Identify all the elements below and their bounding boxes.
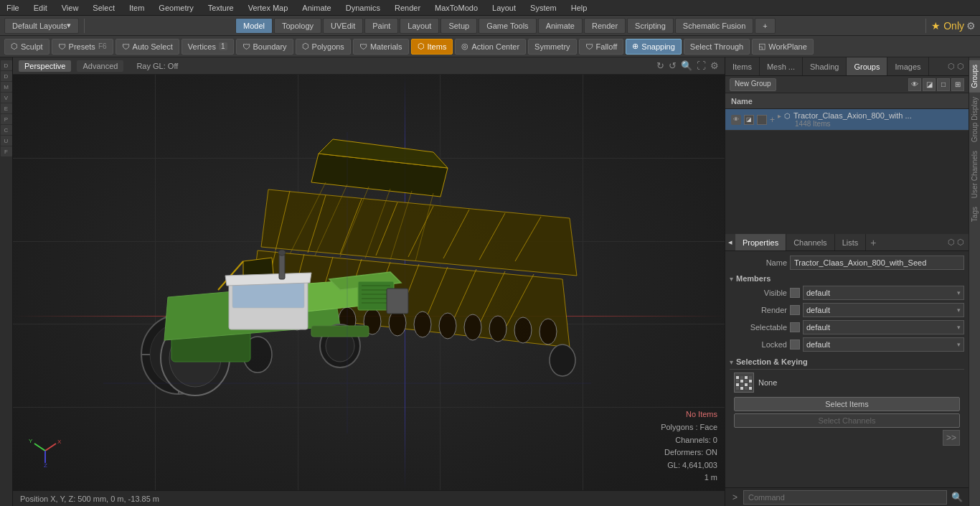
action-center-button[interactable]: ◎ Action Center bbox=[455, 39, 526, 55]
menu-item[interactable]: Item bbox=[127, 4, 146, 12]
menu-file[interactable]: File bbox=[4, 4, 22, 12]
groups-list[interactable]: 👁 ◪ + ▸ ⬡ Tractor_Claas_Axion_800_with .… bbox=[725, 109, 969, 234]
props-collapse-icon[interactable]: ◂ bbox=[725, 238, 735, 247]
presets-button[interactable]: 🛡 Presets F6 bbox=[52, 39, 113, 55]
tab-setup[interactable]: Setup bbox=[440, 18, 477, 34]
props-expand-icon[interactable]: ⬡ ⬡ bbox=[943, 238, 969, 247]
vtab-group-display[interactable]: Group Display bbox=[969, 93, 980, 146]
tab-game-tools[interactable]: Game Tools bbox=[479, 18, 537, 34]
rp-tab-items[interactable]: Items bbox=[725, 57, 760, 75]
left-tab-7[interactable]: U bbox=[1, 136, 12, 146]
select-through-button[interactable]: Select Through bbox=[684, 39, 750, 55]
viewport-reset-icon[interactable]: ↺ bbox=[669, 60, 677, 71]
menu-animate[interactable]: Animate bbox=[300, 4, 333, 12]
left-tab-3[interactable]: V bbox=[1, 93, 12, 103]
group-select-icon[interactable] bbox=[757, 115, 767, 125]
auto-select-button[interactable]: 🛡 Auto Select bbox=[116, 39, 179, 55]
tab-animate[interactable]: Animate bbox=[538, 18, 583, 34]
tab-render[interactable]: Render bbox=[584, 18, 626, 34]
props-tab-channels[interactable]: Channels bbox=[786, 234, 834, 250]
sculpt-button[interactable]: ⬡ Sculpt bbox=[4, 39, 50, 55]
materials-button[interactable]: 🛡 Materials bbox=[353, 39, 409, 55]
vertices-button[interactable]: Vertices 1 bbox=[182, 39, 234, 55]
viewport-rotate-icon[interactable]: ↻ bbox=[656, 60, 664, 71]
group-expand-icon[interactable]: ▸ bbox=[778, 112, 781, 120]
viewport-canvas[interactable]: No Items Polygons : Face Channels: 0 Def… bbox=[13, 75, 725, 490]
tab-model[interactable]: Model bbox=[235, 18, 273, 34]
tab-paint[interactable]: Paint bbox=[364, 18, 398, 34]
rp-tab-groups[interactable]: Groups bbox=[847, 57, 887, 75]
new-group-button[interactable]: New Group bbox=[730, 78, 776, 91]
command-search-icon[interactable]: 🔍 bbox=[950, 490, 964, 504]
rp-tab-mesh[interactable]: Mesh ... bbox=[760, 57, 803, 75]
left-tab-2[interactable]: M bbox=[1, 82, 12, 92]
members-section-header[interactable]: ▾ Members bbox=[730, 274, 964, 283]
left-tab-1[interactable]: D bbox=[1, 71, 12, 81]
command-arrow-icon[interactable]: > bbox=[730, 491, 740, 504]
keying-grid-icon[interactable] bbox=[734, 373, 754, 393]
render-select[interactable]: default ▾ bbox=[803, 303, 964, 317]
star-only-button[interactable]: ★ Only bbox=[931, 20, 964, 32]
polygons-button[interactable]: ⬡ Polygons bbox=[296, 39, 351, 55]
groups-render-btn[interactable]: ◪ bbox=[923, 78, 936, 91]
menu-render[interactable]: Render bbox=[392, 4, 423, 12]
visible-select[interactable]: default ▾ bbox=[803, 286, 964, 300]
menu-help[interactable]: Help bbox=[569, 4, 590, 12]
select-channels-button[interactable]: Select Channels bbox=[734, 413, 960, 428]
left-tab-8[interactable]: F bbox=[1, 146, 12, 156]
props-tab-add[interactable]: + bbox=[866, 237, 880, 248]
group-item-0[interactable]: 👁 ◪ + ▸ ⬡ Tractor_Claas_Axion_800_with .… bbox=[725, 109, 969, 131]
layout-dropdown[interactable]: Default Layouts ▾ bbox=[4, 18, 79, 34]
groups-select-btn[interactable]: □ bbox=[937, 78, 950, 91]
viewport-search-icon[interactable]: 🔍 bbox=[681, 60, 692, 71]
menu-system[interactable]: System bbox=[528, 4, 559, 12]
vp-tab-perspective[interactable]: Perspective bbox=[19, 60, 71, 72]
items-button[interactable]: ⬡ Items bbox=[411, 39, 453, 55]
left-tab-5[interactable]: P bbox=[1, 114, 12, 124]
vtab-user-channels[interactable]: User Channels bbox=[969, 146, 980, 202]
panel-expand-icon[interactable]: ⬡ ⬡ bbox=[943, 62, 969, 71]
select-items-button[interactable]: Select Items bbox=[734, 397, 960, 411]
sel-more-button[interactable]: >> bbox=[943, 430, 960, 446]
left-tab-6[interactable]: C bbox=[1, 125, 12, 135]
locked-checkbox[interactable] bbox=[790, 339, 800, 350]
command-input[interactable] bbox=[743, 490, 947, 505]
menu-dynamics[interactable]: Dynamics bbox=[344, 4, 382, 12]
menu-select[interactable]: Select bbox=[90, 4, 117, 12]
groups-eye-btn[interactable]: 👁 bbox=[908, 78, 921, 91]
group-add-icon[interactable]: + bbox=[770, 115, 775, 125]
viewport-settings-icon[interactable]: ⚙ bbox=[710, 60, 719, 71]
menu-geometry[interactable]: Geometry bbox=[156, 4, 195, 12]
groups-lock-btn[interactable]: ⊞ bbox=[951, 78, 964, 91]
menu-vertex-map[interactable]: Vertex Map bbox=[246, 4, 291, 12]
visible-checkbox[interactable] bbox=[790, 288, 800, 298]
group-render-icon[interactable]: ◪ bbox=[744, 115, 754, 125]
tab-topology[interactable]: Topology bbox=[274, 18, 321, 34]
vtab-tags[interactable]: Tags bbox=[969, 202, 980, 226]
selectable-select[interactable]: default ▾ bbox=[803, 320, 964, 334]
props-tab-properties[interactable]: Properties bbox=[735, 234, 786, 250]
falloff-button[interactable]: 🛡 Falloff bbox=[579, 39, 624, 55]
left-tab-4[interactable]: E bbox=[1, 103, 12, 113]
rp-tab-images[interactable]: Images bbox=[887, 57, 928, 75]
menu-maxtomodo[interactable]: MaxToModo bbox=[433, 4, 480, 12]
boundary-button[interactable]: 🛡 Boundary bbox=[236, 39, 293, 55]
tab-add[interactable]: + bbox=[755, 18, 775, 34]
tab-uvedit[interactable]: UVEdit bbox=[323, 18, 363, 34]
render-checkbox[interactable] bbox=[790, 305, 800, 315]
tab-layout[interactable]: Layout bbox=[400, 18, 439, 34]
snapping-button[interactable]: ⊕ Snapping bbox=[626, 39, 682, 55]
group-visibility-icon[interactable]: 👁 bbox=[731, 115, 741, 125]
sel-keying-section-header[interactable]: ▾ Selection & Keying bbox=[730, 357, 964, 366]
left-tab-0[interactable]: D bbox=[1, 60, 12, 70]
tab-schematic-fusion[interactable]: Schematic Fusion bbox=[675, 18, 753, 34]
name-input[interactable] bbox=[790, 256, 964, 270]
symmetry-button[interactable]: Symmetry bbox=[528, 39, 577, 55]
menu-texture[interactable]: Texture bbox=[206, 4, 236, 12]
viewport-maximize-icon[interactable]: ⛶ bbox=[697, 60, 706, 71]
workplane-button[interactable]: ◱ WorkPlane bbox=[752, 39, 814, 55]
rp-tab-shading[interactable]: Shading bbox=[803, 57, 847, 75]
menu-edit[interactable]: Edit bbox=[32, 4, 50, 12]
menu-layout[interactable]: Layout bbox=[490, 4, 518, 12]
vp-tab-advanced[interactable]: Advanced bbox=[77, 60, 123, 72]
